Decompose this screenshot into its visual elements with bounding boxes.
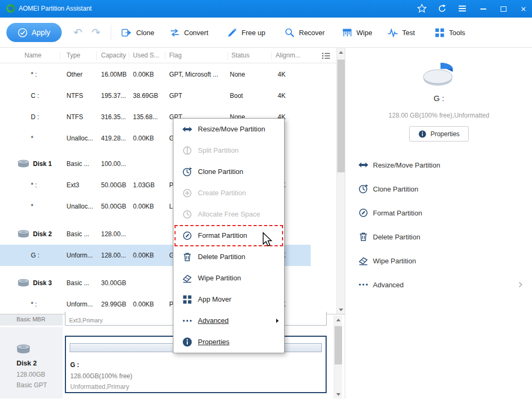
action-wipe-partition[interactable]: Wipe Partition — [345, 249, 532, 273]
scrollbar-thumb[interactable] — [337, 60, 345, 172]
scrollbar-thumb[interactable] — [335, 326, 342, 364]
table-row-disk[interactable]: Disk 1 Basic ... 100.00... — [0, 153, 336, 174]
partition-table: Name Type Capacity Used S... Flag Status… — [0, 48, 336, 314]
window-title: AOMEI Partition Assistant — [19, 0, 92, 18]
col-name[interactable]: Name — [24, 48, 41, 63]
menu-item-resize-move-partition[interactable]: Resize/Move Partition — [173, 119, 284, 140]
app-mover-icon — [182, 294, 193, 305]
format-partition-icon — [358, 207, 369, 218]
menu-item-properties[interactable]: Properties — [173, 331, 284, 353]
convert-button[interactable]: Convert — [169, 18, 209, 48]
refresh-icon[interactable] — [437, 4, 447, 13]
table-row[interactable]: D : NTFS 316.35... 135.68... GPT None 4K — [0, 106, 336, 128]
table-row[interactable]: C : NTFS 195.37... 38.69GB GPT Boot 4K — [0, 85, 336, 106]
menu-item-create-partition: Create Partition — [173, 182, 284, 204]
wipe-button[interactable]: Wipe — [342, 18, 372, 48]
action-resize-move-partition[interactable]: Resize/Move Partition — [345, 153, 532, 177]
table-row[interactable]: * : Ext3 50.00GB 1.03GB Primary 4K — [0, 174, 336, 196]
scroll-down-button[interactable] — [337, 305, 345, 314]
minimize-icon — [480, 9, 486, 10]
chevron-right-icon — [517, 281, 524, 288]
menu-item-split-partition: Split Partition — [173, 140, 284, 161]
disk-icon — [18, 230, 29, 238]
col-capacity[interactable]: Capacity — [101, 48, 126, 63]
maximize-icon — [501, 6, 506, 12]
table-row-disk[interactable]: Disk 2 Basic ... 128.00... — [0, 223, 336, 245]
column-settings-icon[interactable] — [321, 51, 331, 61]
close-button[interactable] — [516, 0, 531, 18]
check-icon — [18, 28, 28, 38]
properties-icon — [182, 337, 193, 347]
free-up-button[interactable]: Free up — [227, 18, 265, 48]
delete-partition-icon — [182, 252, 193, 262]
wipe-icon — [342, 27, 353, 38]
minimize-button[interactable] — [475, 0, 491, 18]
table-row[interactable]: * : Other 16.00MB 0.00KB GPT, Microsoft … — [0, 64, 336, 85]
action-format-partition[interactable]: Format Partition — [345, 201, 532, 225]
disk2-info[interactable]: Disk 2 128.00GB Basic GPT — [0, 327, 63, 398]
scroll-up-button[interactable] — [334, 315, 343, 324]
toolbar: Apply ↶ ↷ Clone Convert Free up Recover … — [0, 18, 532, 48]
table-scrollbar[interactable] — [336, 48, 345, 314]
tools-icon — [434, 27, 445, 38]
table-row[interactable]: * Unalloc... 50.00GB 0.00KB Logical — [0, 196, 336, 217]
col-type[interactable]: Type — [66, 48, 80, 63]
disk-overview-panel: Basic MBR Ext3,Primary Disk 2 128.00GB B… — [0, 314, 345, 399]
selected-partition-info: 128.00 GB(100% free),Unformatted — [345, 112, 532, 119]
convert-icon — [169, 27, 180, 38]
disk-icon — [16, 344, 30, 354]
partial-disk-label: Basic MBR — [0, 314, 63, 326]
table-header: Name Type Capacity Used S... Flag Status… — [0, 48, 336, 63]
maximize-button[interactable] — [495, 0, 511, 18]
test-icon — [387, 27, 398, 38]
table-row[interactable]: * Unalloc... 419.28... 0.00KB GPT — [0, 128, 336, 149]
action-clone-partition[interactable]: Clone Partition — [345, 177, 532, 201]
col-used-space[interactable]: Used S... — [133, 48, 159, 63]
table-row-disk[interactable]: Disk 3 Basic ... 30.00GB — [0, 272, 336, 294]
col-flag[interactable]: Flag — [169, 48, 181, 63]
close-icon — [520, 5, 527, 13]
clone-icon — [121, 27, 132, 38]
recover-button[interactable]: Recover — [284, 18, 325, 48]
tools-button[interactable]: Tools — [434, 18, 465, 48]
resize-move-icon — [358, 160, 369, 170]
properties-button[interactable]: Properties — [409, 126, 469, 142]
wipe-partition-icon — [182, 273, 193, 284]
wipe-partition-icon — [358, 255, 369, 266]
pie-chart-icon — [421, 61, 456, 88]
menu-item-advanced[interactable]: Advanced — [173, 310, 284, 331]
action-advanced[interactable]: Advanced — [345, 273, 532, 297]
overview-scrollbar[interactable] — [334, 315, 342, 398]
col-alignment[interactable]: Alignm... — [276, 48, 301, 63]
col-status[interactable]: Status — [231, 48, 250, 63]
menu-item-app-mover[interactable]: App Mover — [173, 289, 284, 310]
resize-move-icon — [182, 124, 193, 135]
menu-icon[interactable] — [458, 4, 467, 13]
star-icon[interactable] — [417, 4, 427, 13]
recover-icon — [284, 27, 295, 38]
table-row[interactable]: * : Unform... 29.99GB 0.00KB Primary 4K — [0, 294, 336, 314]
clone-button[interactable]: Clone — [121, 18, 154, 48]
allocate-free-space-icon — [182, 209, 193, 220]
free-up-icon — [227, 27, 238, 38]
undo-icon[interactable]: ↶ — [73, 18, 82, 48]
action-delete-partition[interactable]: Delete Partition — [345, 225, 532, 249]
menu-item-allocate-free-space: Allocate Free Space — [173, 204, 284, 225]
redo-icon[interactable]: ↷ — [92, 18, 101, 48]
advanced-icon — [358, 279, 369, 290]
menu-item-clone-partition[interactable]: Clone Partition — [173, 161, 284, 182]
right-panel: G : 128.00 GB(100% free),Unformatted Pro… — [345, 48, 532, 399]
apply-button[interactable]: Apply — [6, 23, 62, 42]
scroll-up-button[interactable] — [337, 48, 345, 56]
clone-partition-icon — [182, 167, 193, 177]
menu-item-delete-partition[interactable]: Delete Partition — [173, 246, 284, 268]
titlebar: AOMEI Partition Assistant — [0, 0, 532, 18]
submenu-arrow-icon — [276, 319, 279, 323]
format-partition-icon — [182, 230, 193, 241]
selected-partition-name: G : — [345, 94, 532, 103]
test-button[interactable]: Test — [387, 18, 415, 48]
mouse-cursor — [262, 232, 272, 247]
menu-item-wipe-partition[interactable]: Wipe Partition — [173, 268, 284, 289]
info-icon — [418, 130, 427, 138]
scroll-down-button[interactable] — [334, 390, 343, 398]
